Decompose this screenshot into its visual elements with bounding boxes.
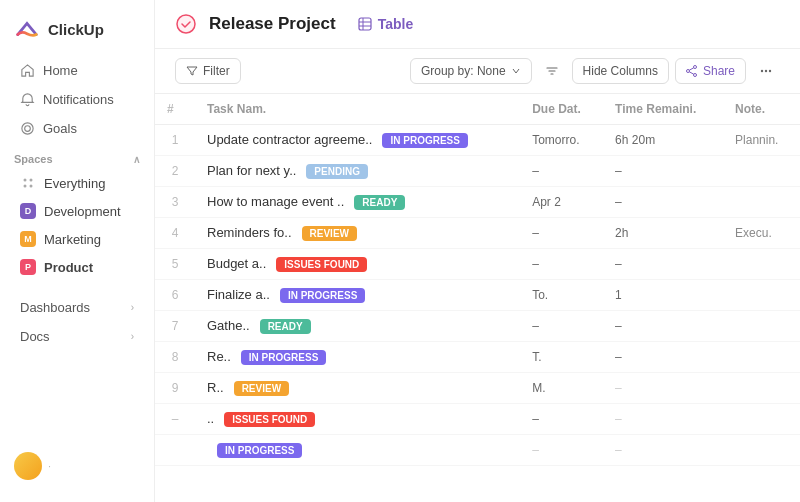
task-name-text: Gathe..	[207, 318, 250, 333]
row-due-date: –	[520, 218, 603, 249]
col-notes: Note.	[723, 94, 800, 125]
row-due-date: –	[520, 156, 603, 187]
row-time-remaining: –	[603, 156, 723, 187]
share-icon	[686, 65, 698, 77]
toolbar: Filter Group by: None Hide Columns Share	[155, 49, 800, 94]
sidebar-item-product[interactable]: P Product	[6, 253, 148, 281]
status-badge: READY	[354, 195, 405, 210]
col-task-name: Task Nam.	[195, 94, 520, 125]
svg-point-1	[25, 126, 31, 132]
bell-icon	[20, 92, 35, 107]
row-due-date: T.	[520, 342, 603, 373]
main-header: Release Project Table	[155, 0, 800, 49]
user-label: ·	[48, 460, 51, 472]
filter-button[interactable]: Filter	[175, 58, 241, 84]
row-task-name: Reminders fo..REVIEW	[195, 218, 520, 249]
sidebar-home-label: Home	[43, 63, 78, 78]
development-dot: D	[20, 203, 36, 219]
row-num: 4	[155, 218, 195, 249]
row-notes	[723, 404, 800, 435]
row-time-remaining: –	[603, 187, 723, 218]
more-dots-icon	[759, 64, 773, 78]
sidebar-notifications-label: Notifications	[43, 92, 114, 107]
product-label: Product	[44, 260, 93, 275]
status-badge: READY	[260, 319, 311, 334]
toolbar-right: Group by: None Hide Columns Share	[410, 57, 780, 85]
svg-point-12	[693, 74, 696, 77]
group-by-button[interactable]: Group by: None	[410, 58, 532, 84]
tasks-table: # Task Nam. Due Dat. Time Remaini. Note.…	[155, 94, 800, 466]
col-num: #	[155, 94, 195, 125]
task-name-text: Re..	[207, 349, 231, 364]
status-badge: IN PROGRESS	[241, 350, 326, 365]
table-row[interactable]: –..ISSUES FOUND––	[155, 404, 800, 435]
sidebar-item-notifications[interactable]: Notifications	[6, 85, 148, 114]
svg-point-18	[769, 70, 771, 72]
hide-columns-button[interactable]: Hide Columns	[572, 58, 669, 84]
row-task-name: How to manage event ..READY	[195, 187, 520, 218]
project-icon	[175, 13, 197, 35]
task-name-text: Reminders fo..	[207, 225, 292, 240]
table-row[interactable]: 9R..REVIEWM.–	[155, 373, 800, 404]
row-time-remaining: –	[603, 249, 723, 280]
share-button[interactable]: Share	[675, 58, 746, 84]
row-time-remaining: 6h 20m	[603, 125, 723, 156]
row-notes	[723, 187, 800, 218]
share-label: Share	[703, 64, 735, 78]
row-num	[155, 435, 195, 466]
home-icon	[20, 63, 35, 78]
svg-line-14	[689, 68, 693, 70]
project-title: Release Project	[209, 14, 336, 34]
table-row[interactable]: 3How to manage event ..READYApr 2–	[155, 187, 800, 218]
sidebar: ClickUp Home Notifications Goals Spaces …	[0, 0, 155, 502]
table-row[interactable]: IN PROGRESS––	[155, 435, 800, 466]
row-task-name: Budget a..ISSUES FOUND	[195, 249, 520, 280]
clickup-logo-icon	[14, 16, 40, 42]
row-task-name: Re..IN PROGRESS	[195, 342, 520, 373]
row-num: 5	[155, 249, 195, 280]
status-badge: IN PROGRESS	[217, 443, 302, 458]
row-num: 3	[155, 187, 195, 218]
row-task-name: Gathe..READY	[195, 311, 520, 342]
sidebar-item-development[interactable]: D Development	[6, 197, 148, 225]
svg-point-16	[761, 70, 763, 72]
sidebar-item-docs[interactable]: Docs ›	[6, 322, 148, 351]
row-time-remaining: –	[603, 435, 723, 466]
table-row[interactable]: 8Re..IN PROGRESST.–	[155, 342, 800, 373]
svg-point-3	[30, 179, 33, 182]
app-logo[interactable]: ClickUp	[0, 12, 154, 56]
marketing-dot: M	[20, 231, 36, 247]
sidebar-item-everything[interactable]: Everything	[6, 169, 148, 197]
table-container[interactable]: # Task Nam. Due Dat. Time Remaini. Note.…	[155, 94, 800, 502]
sidebar-bottom: ·	[0, 442, 154, 490]
svg-point-17	[765, 70, 767, 72]
status-badge: ISSUES FOUND	[224, 412, 315, 427]
svg-line-15	[689, 72, 693, 74]
table-view-tab[interactable]: Table	[348, 12, 424, 36]
table-row[interactable]: 5Budget a..ISSUES FOUND––	[155, 249, 800, 280]
user-avatar[interactable]	[14, 452, 42, 480]
sidebar-item-goals[interactable]: Goals	[6, 114, 148, 143]
row-notes	[723, 342, 800, 373]
row-task-name: Finalize a..IN PROGRESS	[195, 280, 520, 311]
status-badge: REVIEW	[234, 381, 289, 396]
svg-point-6	[177, 15, 195, 33]
row-due-date: –	[520, 249, 603, 280]
sort-icon-button[interactable]	[538, 57, 566, 85]
table-row[interactable]: 1Update contractor agreeme..IN PROGRESST…	[155, 125, 800, 156]
table-row[interactable]: 4Reminders fo..REVIEW–2hExecu.	[155, 218, 800, 249]
sidebar-item-dashboards[interactable]: Dashboards ›	[6, 293, 148, 322]
row-due-date: To.	[520, 280, 603, 311]
table-row[interactable]: 7Gathe..READY––	[155, 311, 800, 342]
sidebar-item-home[interactable]: Home	[6, 56, 148, 85]
table-row[interactable]: 2Plan for next y..PENDING––	[155, 156, 800, 187]
svg-point-0	[22, 123, 33, 134]
svg-rect-7	[359, 18, 371, 30]
row-task-name: Update contractor agreeme..IN PROGRESS	[195, 125, 520, 156]
sidebar-item-marketing[interactable]: M Marketing	[6, 225, 148, 253]
status-badge: IN PROGRESS	[280, 288, 365, 303]
more-options-button[interactable]	[752, 57, 780, 85]
table-row[interactable]: 6Finalize a..IN PROGRESSTo.1	[155, 280, 800, 311]
spaces-chevron[interactable]: ∧	[133, 154, 140, 165]
sort-icon	[545, 64, 559, 78]
